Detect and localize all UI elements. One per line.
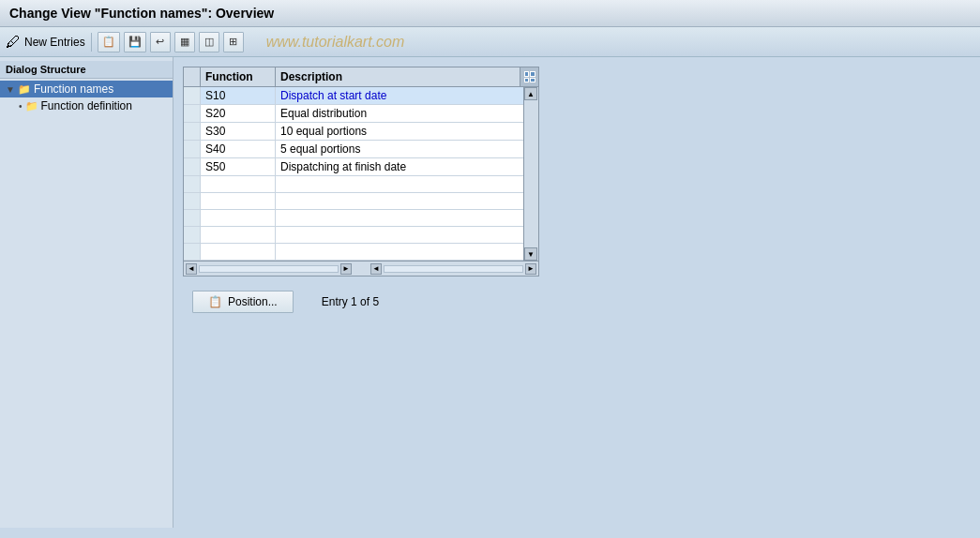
new-entries-icon: 🖊 <box>6 34 21 51</box>
nav-icon-1: ▦ <box>180 36 189 48</box>
vertical-scrollbar[interactable]: ▲ ▼ <box>523 87 538 261</box>
page-title: Change View "Function names": Overview <box>9 6 274 21</box>
th-row-num <box>184 67 201 86</box>
horizontal-scrollbar[interactable]: ◄ ► ◄ ► <box>184 261 538 276</box>
table-row[interactable]: S20 Equal distribution <box>184 105 538 123</box>
table-row[interactable]: S50 Dispatching at finish date <box>184 158 538 176</box>
th-action-button[interactable] <box>520 67 538 86</box>
td-function-1: S10 <box>201 87 276 104</box>
td-description-3: 10 equal portions <box>276 123 538 140</box>
folder-icon-1: 📁 <box>18 83 31 96</box>
nav-button-2[interactable]: ◫ <box>199 32 219 52</box>
scroll-up-button[interactable]: ▲ <box>524 87 537 100</box>
undo-button[interactable]: ↩ <box>150 32 171 52</box>
watermark: www.tutorialkart.com <box>266 34 405 51</box>
table-row-empty <box>184 227 538 244</box>
td-description-4: 5 equal portions <box>276 141 538 157</box>
bottom-area: 📋 Position... Entry 1 of 5 <box>183 276 971 327</box>
undo-icon: ↩ <box>156 36 164 48</box>
td-description-e2 <box>276 193 538 209</box>
th-function: Function <box>201 67 276 86</box>
data-table: Function Description S10 Dis <box>183 67 539 276</box>
table-row-empty <box>184 193 538 210</box>
td-description-e5 <box>276 244 538 260</box>
hscroll-track <box>199 265 339 273</box>
toolbar-separator-1 <box>91 33 92 52</box>
td-row-num-e5 <box>184 244 201 260</box>
td-row-num-e1 <box>184 176 201 192</box>
new-entries-label: New Entries <box>24 36 85 49</box>
table-row[interactable]: S40 5 equal portions <box>184 141 538 158</box>
copy-icon: 📋 <box>102 36 115 48</box>
td-description-2: Equal distribution <box>276 105 538 122</box>
td-function-e5 <box>201 244 276 260</box>
hscroll-right2-button[interactable]: ► <box>525 263 536 275</box>
table-row[interactable]: S10 Dispatch at start date <box>184 87 538 105</box>
sidebar-title: Dialog Structure <box>0 61 173 79</box>
table-row-empty <box>184 176 538 193</box>
sidebar-label-function-definition: Function definition <box>41 99 132 112</box>
title-bar: Change View "Function names": Overview <box>0 0 980 27</box>
td-function-2: S20 <box>201 105 276 122</box>
copy-button[interactable]: 📋 <box>98 32 120 52</box>
tree-arrow-sub-icon: • <box>19 101 23 112</box>
td-description-5: Dispatching at finish date <box>276 158 538 175</box>
sidebar-item-function-definition[interactable]: • 📁 Function definition <box>0 97 173 114</box>
table-row[interactable]: S30 10 equal portions <box>184 123 538 141</box>
sidebar-label-function-names: Function names <box>34 82 113 96</box>
hscroll-track-2 <box>384 265 523 273</box>
nav-icon-3: ⊞ <box>229 36 237 48</box>
table-row-empty <box>184 244 538 261</box>
td-function-4: S40 <box>201 141 276 157</box>
td-row-num-4 <box>184 141 201 157</box>
td-description-e1 <box>276 176 538 192</box>
hscroll-left-button[interactable]: ◄ <box>186 263 197 275</box>
td-function-e4 <box>201 227 276 243</box>
new-entries-button[interactable]: 🖊 New Entries <box>6 34 85 51</box>
td-row-num-e3 <box>184 210 201 226</box>
table-body: S10 Dispatch at start date S20 Equal dis… <box>184 87 538 261</box>
save-icon: 💾 <box>128 36 142 48</box>
td-row-num-1 <box>184 87 201 104</box>
grid-icon <box>524 71 535 82</box>
td-function-e2 <box>201 193 276 209</box>
td-row-num-5 <box>184 158 201 175</box>
td-row-num-e2 <box>184 193 201 209</box>
nav-icon-2: ◫ <box>204 36 214 48</box>
save-button[interactable]: 💾 <box>124 32 146 52</box>
position-icon: 📋 <box>208 295 222 308</box>
td-description-e4 <box>276 227 538 243</box>
sidebar-item-function-names[interactable]: ▼ 📁 Function names <box>0 81 173 97</box>
position-label: Position... <box>228 295 278 308</box>
folder-icon-2: 📁 <box>25 100 38 112</box>
hscroll-right-button[interactable]: ► <box>340 263 352 275</box>
hscroll-left2-button[interactable]: ◄ <box>370 263 382 275</box>
tree-arrow-icon: ▼ <box>6 84 15 95</box>
td-function-e1 <box>201 176 276 192</box>
td-row-num-2 <box>184 105 201 122</box>
scroll-down-button[interactable]: ▼ <box>524 247 537 261</box>
scroll-track <box>524 100 538 247</box>
content-panel: Function Description S10 Dis <box>173 57 980 528</box>
table-header: Function Description <box>184 67 538 87</box>
td-function-5: S50 <box>201 158 276 175</box>
table-row-empty <box>184 210 538 227</box>
th-description: Description <box>276 67 520 86</box>
td-row-num-3 <box>184 123 201 140</box>
td-description-1: Dispatch at start date <box>276 87 538 104</box>
td-description-e3 <box>276 210 538 226</box>
nav-button-3[interactable]: ⊞ <box>223 32 244 52</box>
position-button[interactable]: 📋 Position... <box>192 291 294 313</box>
toolbar: 🖊 New Entries 📋 💾 ↩ ▦ ◫ ⊞ www.tutorialka… <box>0 27 980 57</box>
nav-button-1[interactable]: ▦ <box>174 32 195 52</box>
td-function-3: S30 <box>201 123 276 140</box>
main-content: Dialog Structure ▼ 📁 Function names • 📁 … <box>0 57 980 528</box>
entry-info: Entry 1 of 5 <box>322 295 379 308</box>
td-row-num-e4 <box>184 227 201 243</box>
td-function-e3 <box>201 210 276 226</box>
sidebar: Dialog Structure ▼ 📁 Function names • 📁 … <box>0 57 173 528</box>
